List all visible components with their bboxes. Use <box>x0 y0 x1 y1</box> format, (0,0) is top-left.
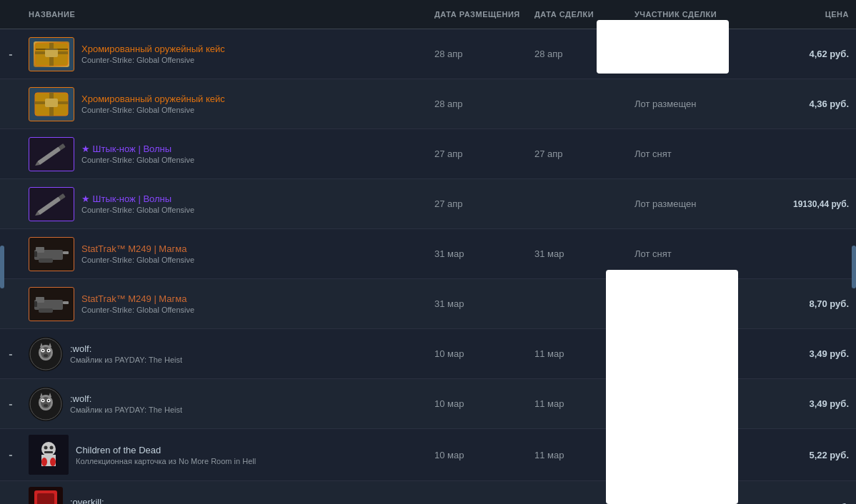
svg-rect-23 <box>34 301 37 307</box>
row-listed-date: 31 мар <box>427 293 527 315</box>
item-name: ★ Штык-нож | Волны <box>81 143 194 154</box>
row-item: StatTrak™ M249 | Магма Counter-Strike: G… <box>21 231 427 277</box>
table-row: ★ Штык-нож | Волны Counter-Strike: Globa… <box>0 129 856 179</box>
item-game: Counter-Strike: Global Offensive <box>81 206 194 214</box>
svg-point-47 <box>50 458 56 466</box>
item-image <box>29 237 74 271</box>
item-image <box>29 287 74 321</box>
row-action[interactable]: - <box>0 42 21 66</box>
item-name: :overkill: <box>70 497 210 505</box>
item-name: :wolf: <box>70 393 182 404</box>
row-listed-date: 28 апр <box>427 43 527 65</box>
row-price: 19130,44 руб. <box>770 193 856 215</box>
item-info: ★ Штык-нож | Волны Counter-Strike: Globa… <box>81 143 194 164</box>
item-info: :overkill: Редкий Смайлик из PAYDAY: The… <box>70 497 210 505</box>
row-listed-date: 10 мар <box>427 496 527 505</box>
svg-point-38 <box>48 400 49 401</box>
item-info: Хромированный оружейный кейс Counter-Str… <box>81 94 225 114</box>
row-item: StatTrak™ M249 | Магма Counter-Strike: G… <box>21 281 427 327</box>
row-price: 4,62 руб. <box>770 43 856 65</box>
svg-point-37 <box>42 400 44 401</box>
row-deal-date: 31 мар <box>527 243 627 265</box>
participant-popup-1 <box>597 20 729 74</box>
item-name: StatTrak™ M249 | Магма <box>81 293 194 304</box>
svg-point-30 <box>48 350 49 351</box>
row-participant: Лот размещен <box>627 193 770 215</box>
item-info: ★ Штык-нож | Волны Counter-Strike: Globa… <box>81 193 194 214</box>
row-action[interactable]: - <box>0 392 21 416</box>
header-action <box>0 6 21 23</box>
item-name: Children of the Dead <box>76 445 256 455</box>
row-item: Хромированный оружейный кейс Counter-Str… <box>21 31 427 77</box>
row-participant: Лот размещен <box>627 93 770 115</box>
svg-point-31 <box>44 354 48 357</box>
row-deal-date: 27 апр <box>527 143 627 165</box>
item-name: :wolf: <box>70 343 182 354</box>
table-row: Хромированный оружейный кейс Counter-Str… <box>0 79 856 129</box>
svg-point-43 <box>44 446 48 450</box>
header-name: НАЗВАНИЕ <box>21 6 427 23</box>
item-name: Хромированный оружейный кейс <box>81 94 225 104</box>
item-image <box>29 137 74 171</box>
item-info: StatTrak™ M249 | Магма Counter-Strike: G… <box>81 243 194 264</box>
item-image <box>29 387 63 421</box>
row-price: 3,49 руб. <box>770 343 856 365</box>
row-action <box>0 198 21 210</box>
item-game: Counter-Strike: Global Offensive <box>81 306 194 314</box>
item-image <box>29 37 74 71</box>
item-game: Смайлик из PAYDAY: The Heist <box>70 405 182 414</box>
row-listed-date: 10 мар <box>427 343 527 365</box>
svg-rect-21 <box>63 301 69 304</box>
row-listed-date: 27 апр <box>427 193 527 215</box>
table-row: ★ Штык-нож | Волны Counter-Strike: Globa… <box>0 179 856 229</box>
participant-popup-2 <box>606 270 738 504</box>
svg-point-46 <box>41 458 47 466</box>
svg-point-29 <box>42 350 44 351</box>
row-action[interactable]: - <box>0 443 21 467</box>
svg-rect-11 <box>37 196 61 215</box>
scroll-indicator-left[interactable] <box>0 246 4 288</box>
row-action <box>0 99 21 110</box>
scroll-indicator-right[interactable] <box>852 246 856 288</box>
row-action[interactable]: - <box>0 495 21 504</box>
item-name: StatTrak™ M249 | Магма <box>81 243 194 254</box>
row-deal-date <box>527 99 627 110</box>
row-price <box>770 148 856 160</box>
market-history-container: НАЗВАНИЕ ДАТА РАЗМЕЩЕНИЯ ДАТА СДЕЛКИ УЧА… <box>0 0 856 504</box>
row-action <box>0 298 21 310</box>
crate-icon <box>34 41 69 67</box>
row-item: Хромированный оружейный кейс Counter-Str… <box>21 81 427 127</box>
row-listed-date: 28 апр <box>427 93 527 115</box>
item-info: Хромированный оружейный кейс Counter-Str… <box>81 44 225 64</box>
svg-rect-3 <box>45 49 58 57</box>
row-price <box>770 248 856 260</box>
row-action <box>0 148 21 160</box>
row-item: :wolf: Смайлик из PAYDAY: The Heist <box>21 381 427 427</box>
svg-rect-17 <box>39 258 53 263</box>
item-game: Смайлик из PAYDAY: The Heist <box>70 356 182 364</box>
svg-rect-49 <box>37 493 54 504</box>
item-game: Counter-Strike: Global Offensive <box>81 56 225 64</box>
row-item: Children of the Dead Коллекционная карто… <box>21 429 427 480</box>
item-game: Counter-Strike: Global Offensive <box>81 156 194 164</box>
row-item: ★ Штык-нож | Волны Counter-Strike: Globa… <box>21 131 427 177</box>
svg-point-39 <box>44 404 48 407</box>
svg-rect-8 <box>37 146 61 165</box>
svg-point-44 <box>50 446 54 450</box>
row-item: ★ Штык-нож | Волны Counter-Strike: Globa… <box>21 181 427 227</box>
row-action[interactable]: - <box>0 342 21 366</box>
row-listed-date: 10 мар <box>427 444 527 466</box>
row-listed-date: 31 мар <box>427 243 527 265</box>
item-image <box>29 87 74 121</box>
item-info: StatTrak™ M249 | Магма Counter-Strike: G… <box>81 293 194 314</box>
row-item: OVER KILL :overkill: Редкий Смайлик из P… <box>21 481 427 504</box>
item-info: :wolf: Смайлик из PAYDAY: The Heist <box>70 343 182 364</box>
row-participant: Лот снят <box>627 243 770 265</box>
svg-rect-7 <box>45 99 58 107</box>
item-game: Counter-Strike: Global Offensive <box>81 256 194 264</box>
header-price: ЦЕНА <box>770 6 856 23</box>
item-name: ★ Штык-нож | Волны <box>81 193 194 204</box>
item-image <box>29 187 74 221</box>
item-info: :wolf: Смайлик из PAYDAY: The Heist <box>70 393 182 414</box>
row-listed-date: 10 мар <box>427 393 527 415</box>
